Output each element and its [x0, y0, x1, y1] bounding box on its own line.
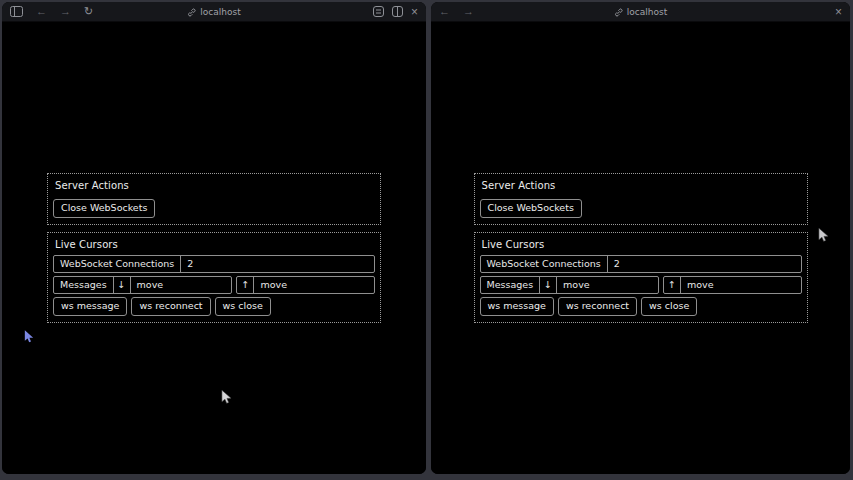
messages-received-box: Messages ↓ move [53, 276, 232, 294]
up-arrow-icon: ↑ [664, 277, 681, 293]
reload-icon[interactable]: ↻ [84, 6, 93, 17]
sidebar-toggle-icon[interactable] [10, 6, 23, 17]
server-actions-section: Server Actions Close WebSockets [474, 173, 808, 224]
panel-stack: Server Actions Close WebSockets Live Cur… [47, 173, 381, 323]
connections-value: 2 [608, 256, 801, 272]
page-content-right: Server Actions Close WebSockets Live Cur… [431, 22, 850, 474]
ws-reconnect-button[interactable]: ws reconnect [558, 297, 637, 315]
close-icon[interactable]: × [835, 6, 842, 18]
page-title: localhost [627, 7, 667, 17]
close-websockets-button[interactable]: Close WebSockets [480, 199, 582, 217]
forward-icon[interactable]: → [60, 6, 71, 17]
down-arrow-icon: ↓ [114, 277, 131, 293]
section-legend: Server Actions [55, 180, 375, 191]
nav-controls-right: ← → [439, 6, 474, 17]
page-content-left: Server Actions Close WebSockets Live Cur… [2, 22, 426, 474]
live-cursors-section: Live Cursors WebSocket Connections 2 Mes… [47, 232, 381, 323]
window-controls-left: × [373, 6, 418, 18]
up-arrow-icon: ↑ [237, 277, 254, 293]
close-icon[interactable]: × [411, 6, 418, 18]
page-title: localhost [200, 7, 240, 17]
back-icon[interactable]: ← [439, 6, 450, 17]
ws-close-button[interactable]: ws close [215, 297, 271, 315]
messages-sent-box: ↑ move [663, 276, 802, 294]
forward-icon[interactable]: → [463, 6, 474, 17]
last-sent-message: move [254, 277, 374, 293]
connections-row: WebSocket Connections 2 [53, 255, 375, 273]
section-legend: Live Cursors [55, 239, 375, 250]
window-controls-right: × [835, 6, 842, 18]
reader-list-icon[interactable] [373, 6, 384, 17]
panel-stack: Server Actions Close WebSockets Live Cur… [474, 173, 808, 323]
server-actions-section: Server Actions Close WebSockets [47, 173, 381, 224]
ws-message-button[interactable]: ws message [480, 297, 554, 315]
last-received-message: move [131, 277, 232, 293]
titlebar-right: ← → localhost × [431, 2, 850, 22]
ws-message-button[interactable]: ws message [53, 297, 127, 315]
messages-received-box: Messages ↓ move [480, 276, 659, 294]
section-legend: Server Actions [482, 180, 802, 191]
titlebar-left: ← → ↻ localhost [2, 2, 426, 22]
connections-label: WebSocket Connections [54, 256, 181, 272]
browser-window-left: ← → ↻ localhost [2, 2, 426, 474]
connections-value: 2 [181, 256, 374, 272]
messages-label: Messages [54, 277, 114, 293]
link-icon [614, 8, 623, 17]
live-cursors-section: Live Cursors WebSocket Connections 2 Mes… [474, 232, 808, 323]
connections-label: WebSocket Connections [481, 256, 608, 272]
last-received-message: move [557, 277, 658, 293]
split-view-icon[interactable] [392, 6, 403, 17]
browser-window-right: ← → localhost × Server Actions Close Web… [431, 2, 850, 474]
ws-reconnect-button[interactable]: ws reconnect [131, 297, 210, 315]
link-icon [187, 8, 196, 17]
address-title[interactable]: localhost [614, 2, 667, 22]
messages-label: Messages [481, 277, 541, 293]
back-icon[interactable]: ← [36, 6, 47, 17]
section-legend: Live Cursors [482, 239, 802, 250]
address-title[interactable]: localhost [187, 2, 240, 22]
ws-close-button[interactable]: ws close [641, 297, 697, 315]
down-arrow-icon: ↓ [540, 277, 557, 293]
messages-sent-box: ↑ move [236, 276, 375, 294]
close-websockets-button[interactable]: Close WebSockets [53, 199, 155, 217]
last-sent-message: move [681, 277, 801, 293]
nav-controls-left: ← → ↻ [10, 6, 93, 17]
connections-row: WebSocket Connections 2 [480, 255, 802, 273]
